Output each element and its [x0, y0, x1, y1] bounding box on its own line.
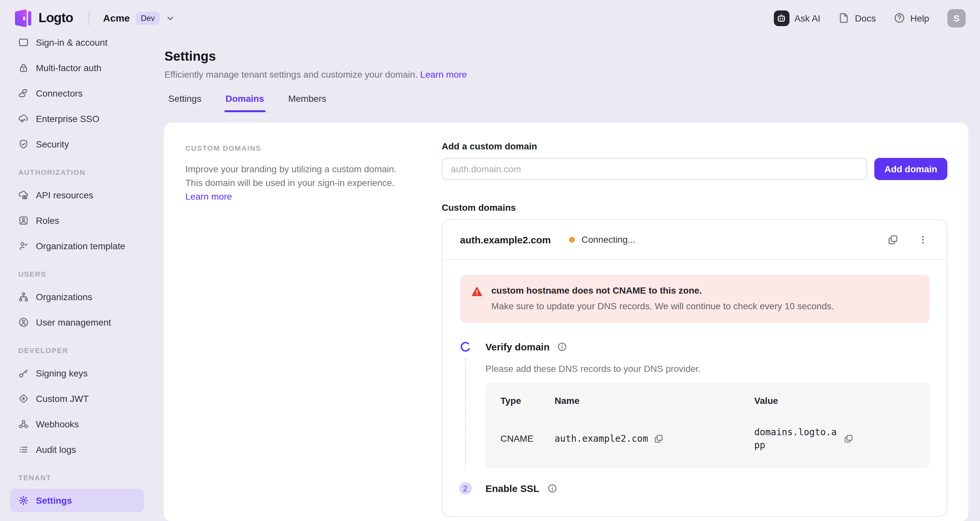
- sidebar-item-label: Multi-factor auth: [36, 62, 102, 73]
- step-number-badge: 2: [459, 482, 471, 495]
- app-root: Logto Acme Dev Ask AI: [0, 0, 980, 521]
- copy-name-icon[interactable]: [654, 433, 664, 443]
- error-description: Make sure to update your DNS records. We…: [491, 298, 834, 314]
- user-avatar[interactable]: S: [947, 9, 966, 27]
- sidebar-item-label: Webhooks: [36, 419, 79, 429]
- sidebar-item-security[interactable]: Security: [10, 132, 144, 156]
- warning-icon: [472, 287, 482, 314]
- tenant-selector[interactable]: Acme Dev: [103, 11, 175, 24]
- tab-domains[interactable]: Domains: [226, 93, 264, 112]
- docs-button[interactable]: Docs: [839, 13, 876, 24]
- domain-card: auth.example2.com Connecting...: [442, 219, 947, 517]
- window-icon: [18, 37, 29, 47]
- logo-wordmark: Logto: [38, 10, 73, 25]
- tab-members[interactable]: Members: [288, 93, 326, 112]
- docs-label: Docs: [855, 13, 876, 23]
- badge-plus-icon: [18, 393, 29, 403]
- dns-record-row: CNAME auth.example2.com: [500, 425, 914, 451]
- sidebar-item-label: Organizations: [36, 292, 92, 302]
- sidebar-item-label: Custom JWT: [36, 393, 89, 403]
- sidebar-section-users: USERS: [10, 258, 144, 284]
- help-button[interactable]: Help: [894, 13, 929, 24]
- domain-status: Connecting...: [569, 234, 635, 245]
- custom-domains-list-label: Custom domains: [442, 202, 947, 213]
- step-enable-ssl: 2 Enable SSL: [460, 482, 930, 495]
- domain-input[interactable]: [442, 158, 867, 180]
- sidebar: Sign-in & account Multi-factor auth Conn…: [0, 36, 164, 521]
- sidebar-item-settings[interactable]: Settings: [10, 488, 144, 512]
- info-icon[interactable]: [558, 342, 567, 352]
- docs-icon: [839, 13, 850, 24]
- logto-logo-icon: [14, 8, 32, 28]
- tab-bar: Settings Domains Members: [168, 93, 968, 112]
- subtitle-learn-more-link[interactable]: Learn more: [420, 69, 467, 80]
- kebab-menu-icon[interactable]: [916, 233, 929, 246]
- copy-domain-icon[interactable]: [886, 233, 899, 246]
- sidebar-item-webhooks[interactable]: Webhooks: [10, 412, 144, 435]
- sidebar-item-enterprise-sso[interactable]: Enterprise SSO: [10, 107, 144, 130]
- sidebar-item-label: Signing keys: [36, 368, 88, 378]
- ask-ai-button[interactable]: Ask AI: [773, 10, 820, 26]
- key-icon: [18, 368, 29, 378]
- add-domain-button[interactable]: Add domain: [874, 158, 947, 180]
- sidebar-section-authorization: AUTHORIZATION: [10, 156, 144, 182]
- copy-value-icon[interactable]: [844, 433, 853, 443]
- logo[interactable]: Logto: [14, 8, 73, 28]
- info-icon[interactable]: [547, 483, 557, 493]
- page-title: Settings: [164, 49, 980, 64]
- sidebar-item-user-management[interactable]: User management: [10, 310, 144, 334]
- status-dot: [569, 236, 575, 242]
- sidebar-section-tenant: TENANT: [10, 462, 144, 488]
- section-description: Improve your branding by utilizing a cus…: [185, 163, 404, 204]
- add-domain-label: Add a custom domain: [442, 141, 947, 151]
- gear-icon: [18, 495, 29, 505]
- help-icon: [894, 13, 905, 24]
- connectors-icon: [18, 88, 29, 98]
- sidebar-item-custom-jwt[interactable]: Custom JWT: [10, 387, 144, 410]
- person-circle-icon: [18, 317, 29, 327]
- error-title: custom hostname does not CNAME to this z…: [491, 282, 834, 298]
- section-learn-more-link[interactable]: Learn more: [185, 191, 232, 202]
- sidebar-item-label: User management: [36, 317, 111, 327]
- sidebar-item-connectors[interactable]: Connectors: [10, 81, 144, 105]
- custom-domains-info: CUSTOM DOMAINS Improve your branding by …: [185, 144, 414, 204]
- person-card-icon: [18, 215, 29, 225]
- domain-card-body: custom hostname does not CNAME to this z…: [442, 260, 947, 516]
- hierarchy-icon: [18, 292, 29, 302]
- webhook-icon: [18, 419, 29, 429]
- sidebar-item-signing-keys[interactable]: Signing keys: [10, 361, 144, 385]
- ask-ai-label: Ask AI: [794, 13, 820, 23]
- sidebar-item-api-resources[interactable]: API resources: [10, 183, 144, 207]
- help-label: Help: [910, 13, 929, 23]
- spinner-icon: [460, 341, 471, 352]
- chevron-down-icon: [166, 13, 175, 22]
- domain-name: auth.example2.com: [460, 234, 550, 245]
- cloud-box-icon: [18, 190, 29, 200]
- sidebar-item-label: Organization template: [36, 241, 125, 251]
- status-text: Connecting...: [581, 234, 635, 245]
- sidebar-item-label: Sign-in & account: [36, 37, 107, 47]
- sidebar-item-sign-in-account[interactable]: Sign-in & account: [10, 36, 144, 54]
- topbar: Logto Acme Dev Ask AI: [0, 0, 980, 36]
- page-subtitle-text: Efficiently manage tenant settings and c…: [164, 69, 418, 80]
- sidebar-item-organization-template[interactable]: Organization template: [10, 234, 144, 257]
- topbar-divider: [89, 11, 89, 25]
- tenant-name: Acme: [103, 13, 130, 24]
- sidebar-item-label: Security: [36, 139, 69, 149]
- dns-header-value: Value: [754, 395, 914, 406]
- sidebar-item-organizations[interactable]: Organizations: [10, 285, 144, 308]
- dns-record-value: domains.logto.app: [754, 425, 838, 451]
- step-title: Enable SSL: [485, 483, 539, 494]
- sidebar-item-label: Roles: [36, 215, 59, 225]
- sidebar-item-multi-factor-auth[interactable]: Multi-factor auth: [10, 56, 144, 79]
- lock-icon: [18, 62, 29, 73]
- cloud-key-icon: [18, 113, 29, 124]
- sidebar-item-label: Connectors: [36, 88, 83, 98]
- dns-header-type: Type: [500, 395, 555, 406]
- sidebar-item-label: Enterprise SSO: [36, 113, 100, 124]
- tab-settings[interactable]: Settings: [168, 93, 201, 112]
- sidebar-item-audit-logs[interactable]: Audit logs: [10, 438, 144, 461]
- sidebar-item-roles[interactable]: Roles: [10, 209, 144, 232]
- dns-record-type: CNAME: [500, 433, 555, 444]
- section-description-text: Improve your branding by utilizing a cus…: [185, 164, 396, 188]
